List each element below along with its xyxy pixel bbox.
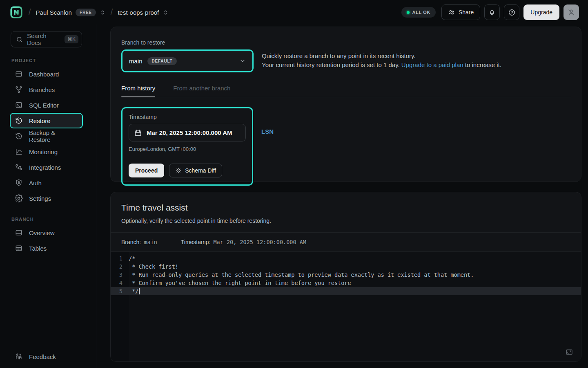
search-docs-input[interactable]: Search Docs ⌘K bbox=[11, 31, 82, 47]
breadcrumb-separator: / bbox=[29, 7, 31, 17]
avatar[interactable] bbox=[564, 4, 579, 20]
line-number: 1 bbox=[111, 255, 129, 262]
chart-icon bbox=[15, 148, 23, 156]
sidebar-item-integrations[interactable]: Integrations bbox=[10, 159, 83, 175]
text-cursor bbox=[139, 288, 140, 294]
sql-query-editor[interactable]: 1 /* 2 * Check first! 3 * Run read-only … bbox=[111, 252, 581, 361]
chevron-updown-icon bbox=[100, 9, 106, 16]
line-number: 3 bbox=[111, 272, 129, 278]
dashboard-icon bbox=[15, 70, 23, 78]
schema-diff-button[interactable]: Schema Diff bbox=[169, 164, 222, 177]
code-text: * Run read-only queries at the selected … bbox=[129, 272, 474, 278]
sidebar-item-label: Dashboard bbox=[29, 71, 59, 78]
sidebar-item-dashboard[interactable]: Dashboard bbox=[10, 66, 83, 82]
time-travel-card: Time travel assist Optionally, verify th… bbox=[110, 192, 581, 362]
upgrade-plan-link[interactable]: Upgrade to a paid plan bbox=[401, 61, 463, 68]
feedback-label: Feedback bbox=[29, 353, 56, 360]
timestamp-label: Timestamp bbox=[129, 114, 246, 120]
feedback-users-icon bbox=[15, 352, 23, 361]
question-circle-icon bbox=[508, 9, 516, 16]
backup-clock-icon bbox=[15, 132, 23, 140]
sidebar-item-label: Branches bbox=[29, 86, 55, 93]
timestamp-panel: Timestamp Mar 20, 2025 12:00:00.000 AM E… bbox=[121, 107, 253, 186]
section-label-project: PROJECT bbox=[11, 58, 82, 63]
sidebar-item-monitoring[interactable]: Monitoring bbox=[10, 144, 83, 159]
sidebar-item-tables[interactable]: Tables bbox=[10, 240, 83, 256]
timezone-text: Europe/London, GMT+00:00 bbox=[129, 146, 246, 152]
sidebar-item-auth[interactable]: Auth bbox=[10, 175, 83, 191]
default-badge: DEFAULT bbox=[147, 57, 177, 65]
sidebar-item-label: Monitoring bbox=[29, 148, 58, 155]
description-line1: Quickly restore a branch to any point in… bbox=[262, 52, 416, 59]
topbar: / Paul Scanlon FREE / test-oops-proof AL… bbox=[0, 0, 588, 25]
window-icon bbox=[15, 229, 23, 237]
expand-editor-button[interactable] bbox=[565, 348, 574, 357]
history-clock-icon bbox=[15, 117, 23, 125]
lsn-link[interactable]: LSN bbox=[261, 128, 274, 135]
chevron-updown-icon bbox=[163, 9, 169, 16]
calendar-icon bbox=[134, 129, 142, 137]
line-number: 5 bbox=[111, 288, 129, 294]
code-text: * Confirm you've chosen the right point … bbox=[129, 280, 351, 286]
sidebar-item-label: Overview bbox=[29, 229, 55, 236]
schema-diff-label: Schema Diff bbox=[185, 167, 216, 174]
sidebar-item-label: Restore bbox=[29, 117, 51, 124]
time-travel-meta: Branch: main Timestamp: Mar 20, 2025 12:… bbox=[111, 233, 581, 251]
neon-logo-icon bbox=[9, 5, 23, 19]
sidebar-item-label: Settings bbox=[29, 195, 51, 202]
search-label: Search Docs bbox=[27, 32, 60, 46]
help-button[interactable] bbox=[504, 4, 519, 20]
description-line2-post: to increase it. bbox=[463, 61, 501, 68]
org-selector[interactable]: Paul Scanlon FREE bbox=[36, 9, 106, 16]
code-line: 2 * Check first! bbox=[111, 263, 581, 271]
sidebar-item-branches[interactable]: Branches bbox=[10, 82, 83, 97]
tab-from-history[interactable]: From history bbox=[121, 85, 155, 97]
time-travel-title: Time travel assist bbox=[121, 203, 570, 213]
branch-select-value: main bbox=[129, 58, 143, 65]
org-name: Paul Scanlon bbox=[36, 9, 72, 16]
share-label: Share bbox=[459, 9, 474, 16]
timestamp-input[interactable]: Mar 20, 2025 12:00:00.000 AM bbox=[129, 124, 246, 141]
code-line-active: 5 */ bbox=[111, 287, 581, 295]
neon-logo[interactable] bbox=[9, 5, 24, 20]
git-branch-icon bbox=[15, 85, 23, 94]
notifications-button[interactable] bbox=[484, 4, 500, 20]
feedback-button[interactable]: Feedback bbox=[11, 352, 82, 361]
sidebar-item-label: Backup & Restore bbox=[29, 129, 78, 143]
branch-select[interactable]: main DEFAULT bbox=[122, 51, 252, 71]
restore-tabs: From history From another branch bbox=[121, 85, 571, 97]
branch-select-highlight: main DEFAULT bbox=[121, 49, 254, 72]
share-button[interactable]: Share bbox=[441, 4, 480, 20]
main-content: Branch to restore main DEFAULT Quickly r… bbox=[96, 25, 588, 368]
upgrade-button[interactable]: Upgrade bbox=[523, 4, 559, 20]
integrations-icon bbox=[15, 163, 23, 171]
code-line: 4 * Confirm you've chosen the right poin… bbox=[111, 279, 581, 287]
line-number: 4 bbox=[111, 280, 129, 286]
meta-timestamp-value: Mar 20, 2025 12:00:00.000 AM bbox=[213, 239, 306, 245]
tab-from-another-branch[interactable]: From another branch bbox=[173, 85, 230, 97]
time-travel-subtitle: Optionally, verify the selected point in… bbox=[121, 218, 570, 224]
search-shortcut: ⌘K bbox=[65, 35, 78, 43]
restore-description: Quickly restore a branch to any point in… bbox=[262, 52, 501, 70]
sidebar-item-settings[interactable]: Settings bbox=[10, 191, 83, 206]
sidebar-item-label: Tables bbox=[29, 245, 47, 252]
bell-icon bbox=[488, 9, 496, 16]
description-line2-pre: Your current history retention period is… bbox=[262, 61, 401, 68]
meta-timestamp-label: Timestamp: bbox=[181, 239, 211, 245]
plan-badge: FREE bbox=[76, 9, 96, 16]
sidebar-item-sql-editor[interactable]: SQL Editor bbox=[10, 97, 83, 113]
code-text: * Check first! bbox=[129, 263, 178, 270]
sidebar-item-overview[interactable]: Overview bbox=[10, 225, 83, 240]
proceed-button[interactable]: Proceed bbox=[129, 164, 164, 177]
chevron-down-icon bbox=[239, 58, 246, 64]
status-text: ALL OK bbox=[412, 10, 430, 15]
section-label-branch: BRANCH bbox=[11, 217, 82, 222]
terminal-icon bbox=[15, 101, 23, 109]
shield-user-icon bbox=[15, 179, 23, 187]
gear-icon bbox=[15, 194, 23, 202]
project-selector[interactable]: test-oops-proof bbox=[118, 9, 169, 16]
sidebar-item-label: SQL Editor bbox=[29, 102, 59, 109]
status-badge[interactable]: ALL OK bbox=[401, 7, 436, 18]
sidebar-item-backup-restore[interactable]: Backup & Restore bbox=[10, 128, 83, 144]
sidebar-item-restore[interactable]: Restore bbox=[10, 113, 83, 128]
